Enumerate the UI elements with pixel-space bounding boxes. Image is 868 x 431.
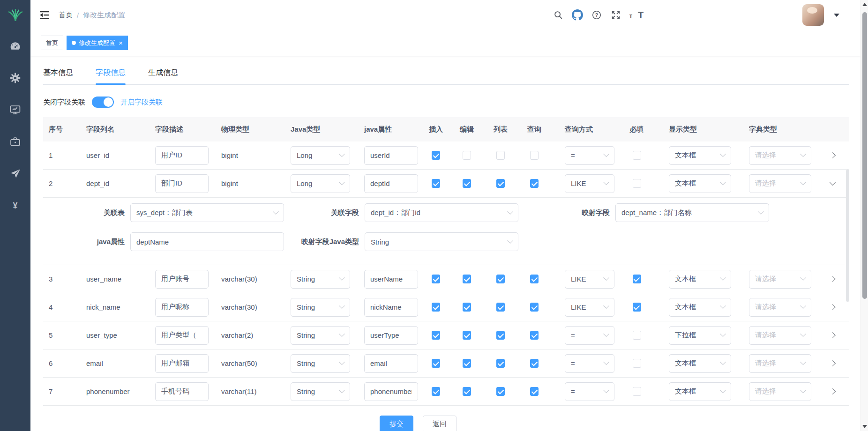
tag-home[interactable]: 首页 bbox=[41, 36, 63, 50]
dict-type-select[interactable]: 请选择 bbox=[749, 270, 811, 289]
user-avatar[interactable] bbox=[802, 4, 824, 26]
query-type-select[interactable]: = bbox=[565, 354, 614, 373]
sidebar-item-job[interactable] bbox=[0, 157, 30, 189]
description-input[interactable] bbox=[155, 382, 209, 401]
help-button[interactable]: ? bbox=[591, 9, 602, 21]
expand-row-icon[interactable] bbox=[830, 304, 836, 310]
java-type-select[interactable]: Long bbox=[291, 174, 350, 193]
page-scrollbar-thumb[interactable] bbox=[862, 12, 867, 299]
dict-type-select[interactable]: 请选择 bbox=[749, 146, 811, 165]
edit-checkbox[interactable] bbox=[463, 387, 471, 396]
expand-row-icon[interactable] bbox=[830, 152, 836, 158]
required-checkbox[interactable] bbox=[633, 331, 641, 340]
display-type-select[interactable]: 文本框 bbox=[669, 354, 731, 373]
list-checkbox[interactable] bbox=[496, 359, 505, 368]
dict-type-select[interactable]: 请选择 bbox=[749, 174, 811, 193]
display-type-select[interactable]: 文本框 bbox=[669, 298, 731, 317]
app-logo[interactable] bbox=[0, 0, 30, 30]
insert-checkbox[interactable] bbox=[432, 151, 440, 160]
sidebar-item-dashboard[interactable] bbox=[0, 30, 30, 62]
query-type-select[interactable]: LIKE bbox=[565, 298, 614, 317]
mapping-field-select[interactable]: dept_name：部门名称 bbox=[615, 203, 769, 222]
display-type-select[interactable]: 下拉框 bbox=[669, 326, 731, 345]
list-checkbox[interactable] bbox=[496, 275, 505, 283]
list-checkbox[interactable] bbox=[496, 151, 505, 160]
display-type-select[interactable]: 文本框 bbox=[669, 174, 731, 193]
java-type-select[interactable]: String bbox=[291, 382, 350, 401]
back-button[interactable]: 返回 bbox=[423, 416, 456, 431]
sidebar-item-tool[interactable] bbox=[0, 126, 30, 157]
tag-edit-gen-config[interactable]: 修改生成配置× bbox=[67, 36, 128, 50]
java-type-select[interactable]: String bbox=[291, 298, 350, 317]
query-checkbox[interactable] bbox=[530, 151, 539, 160]
close-icon[interactable]: × bbox=[119, 39, 123, 46]
query-checkbox[interactable] bbox=[530, 359, 539, 368]
insert-checkbox[interactable] bbox=[432, 275, 440, 283]
relation-switch-toggle[interactable] bbox=[92, 97, 114, 108]
list-checkbox[interactable] bbox=[496, 387, 505, 396]
description-input[interactable] bbox=[155, 354, 209, 373]
sidebar-collapse-button[interactable] bbox=[39, 9, 50, 21]
java-field-input[interactable] bbox=[364, 174, 418, 193]
query-checkbox[interactable] bbox=[530, 387, 539, 396]
list-checkbox[interactable] bbox=[496, 303, 505, 312]
dict-type-select[interactable]: 请选择 bbox=[749, 382, 811, 401]
query-type-select[interactable]: LIKE bbox=[565, 174, 614, 193]
edit-checkbox[interactable] bbox=[463, 359, 471, 368]
java-field-input[interactable] bbox=[364, 270, 418, 289]
java-type-select[interactable]: String bbox=[291, 354, 350, 373]
tab-generate-info[interactable]: 生成信息 bbox=[148, 62, 178, 84]
font-size-button[interactable]: тT bbox=[629, 11, 792, 19]
query-checkbox[interactable] bbox=[530, 275, 539, 283]
insert-checkbox[interactable] bbox=[432, 359, 440, 368]
display-type-select[interactable]: 文本框 bbox=[669, 146, 731, 165]
relation-field-select[interactable]: dept_id：部门id bbox=[365, 203, 518, 222]
mapping-java-type-select[interactable]: String bbox=[365, 232, 518, 251]
scroll-up-arrow-icon[interactable] bbox=[862, 3, 867, 6]
java-type-select[interactable]: String bbox=[291, 326, 350, 345]
collapse-row-icon[interactable] bbox=[830, 179, 836, 186]
java-field-input[interactable] bbox=[364, 354, 418, 373]
expand-row-icon[interactable] bbox=[830, 332, 836, 338]
list-checkbox[interactable] bbox=[496, 179, 505, 188]
insert-checkbox[interactable] bbox=[432, 179, 440, 188]
java-field-input[interactable] bbox=[364, 298, 418, 317]
description-input[interactable] bbox=[155, 174, 209, 193]
sidebar-item-monitor[interactable] bbox=[0, 94, 30, 126]
required-checkbox[interactable] bbox=[633, 151, 641, 160]
edit-checkbox[interactable] bbox=[463, 331, 471, 340]
description-input[interactable] bbox=[155, 326, 209, 345]
query-checkbox[interactable] bbox=[530, 303, 539, 312]
github-link[interactable] bbox=[572, 9, 583, 21]
relation-switch-on-label[interactable]: 开启字段关联 bbox=[120, 98, 163, 107]
java-type-select[interactable]: Long bbox=[291, 146, 350, 165]
query-checkbox[interactable] bbox=[530, 179, 539, 188]
display-type-select[interactable]: 文本框 bbox=[669, 270, 731, 289]
insert-checkbox[interactable] bbox=[432, 387, 440, 396]
query-type-select[interactable]: = bbox=[565, 146, 614, 165]
tab-field-info[interactable]: 字段信息 bbox=[96, 62, 126, 84]
search-button[interactable] bbox=[553, 9, 564, 21]
insert-checkbox[interactable] bbox=[432, 331, 440, 340]
edit-checkbox[interactable] bbox=[463, 303, 471, 312]
insert-checkbox[interactable] bbox=[432, 303, 440, 312]
relation-table-select[interactable]: sys_dept：部门表 bbox=[130, 203, 284, 222]
dict-type-select[interactable]: 请选择 bbox=[749, 326, 811, 345]
scroll-down-arrow-icon[interactable] bbox=[862, 425, 867, 428]
edit-checkbox[interactable] bbox=[463, 275, 471, 283]
submit-button[interactable]: 提交 bbox=[380, 416, 413, 431]
required-checkbox[interactable] bbox=[633, 387, 641, 396]
java-attr-input[interactable] bbox=[130, 232, 284, 251]
edit-checkbox[interactable] bbox=[463, 151, 471, 160]
java-field-input[interactable] bbox=[364, 382, 418, 401]
required-checkbox[interactable] bbox=[633, 275, 641, 283]
sidebar-item-system[interactable] bbox=[0, 62, 30, 94]
breadcrumb-home[interactable]: 首页 bbox=[59, 11, 73, 20]
required-checkbox[interactable] bbox=[633, 303, 641, 312]
java-type-select[interactable]: String bbox=[291, 270, 350, 289]
java-field-input[interactable] bbox=[364, 146, 418, 165]
dict-type-select[interactable]: 请选择 bbox=[749, 298, 811, 317]
sidebar-item-finance[interactable]: ¥ bbox=[0, 189, 30, 221]
description-input[interactable] bbox=[155, 270, 209, 289]
query-type-select[interactable]: LIKE bbox=[565, 270, 614, 289]
